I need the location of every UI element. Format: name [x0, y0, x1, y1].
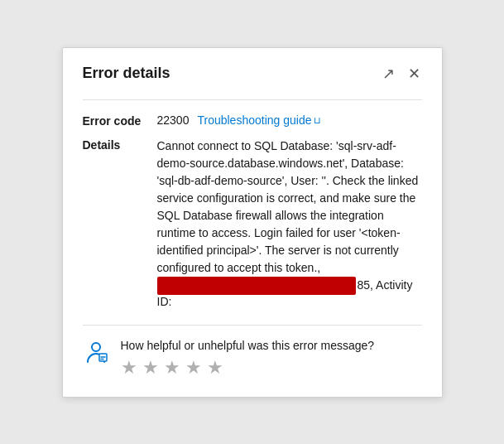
troubleshoot-link[interactable]: Troubleshooting guide ⊔ — [197, 113, 321, 127]
feedback-section: How helpful or unhelpful was this error … — [83, 325, 422, 377]
star-4[interactable]: ★ — [185, 359, 202, 377]
expand-button[interactable]: ↗ — [381, 65, 396, 83]
redacted-bar — [157, 277, 356, 295]
feedback-content: How helpful or unhelpful was this error … — [121, 339, 375, 377]
feedback-person-icon — [83, 339, 109, 369]
header-icons: ↗ ✕ — [381, 65, 422, 83]
error-dialog: Error details ↗ ✕ Error code 22300 Troub… — [62, 47, 443, 398]
feedback-question: How helpful or unhelpful was this error … — [121, 339, 375, 352]
troubleshoot-link-label: Troubleshooting guide — [197, 113, 311, 127]
error-code-label: Error code — [83, 113, 157, 128]
header-divider — [83, 99, 422, 100]
dialog-header: Error details ↗ ✕ — [83, 65, 422, 83]
star-5[interactable]: ★ — [207, 359, 223, 377]
details-label: Details — [83, 138, 157, 308]
star-2[interactable]: ★ — [142, 359, 159, 377]
star-1[interactable]: ★ — [121, 359, 137, 377]
details-text: Cannot connect to SQL Database: 'sql-srv… — [157, 138, 422, 277]
details-row: Details Cannot connect to SQL Database: … — [83, 138, 422, 308]
close-button[interactable]: ✕ — [406, 65, 422, 83]
star-rating[interactable]: ★ ★ ★ ★ ★ — [121, 359, 375, 377]
external-link-icon: ⊔ — [314, 115, 321, 126]
error-code-row: Error code 22300 Troubleshooting guide ⊔ — [83, 113, 422, 128]
details-value: Cannot connect to SQL Database: 'sql-srv… — [157, 138, 422, 308]
error-code-value-area: 22300 Troubleshooting guide ⊔ — [157, 113, 422, 128]
star-3[interactable]: ★ — [164, 359, 180, 377]
activity-text: 85, Activity ID: — [157, 277, 422, 308]
error-code-number: 22300 — [157, 113, 190, 127]
dialog-title: Error details — [83, 65, 170, 82]
svg-point-0 — [92, 343, 100, 351]
